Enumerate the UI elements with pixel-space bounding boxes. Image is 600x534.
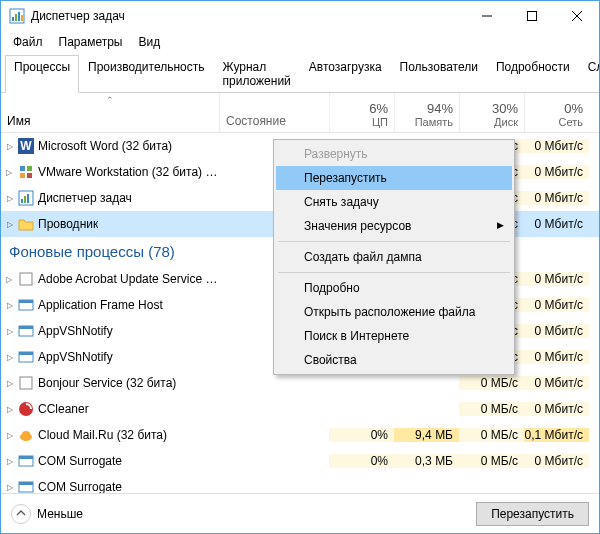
process-icon [18, 349, 34, 365]
ctx-properties[interactable]: Свойства [276, 348, 512, 372]
net-usage-pct: 0% [564, 101, 583, 116]
tab-startup[interactable]: Автозагрузка [300, 55, 391, 92]
process-name: COM Surrogate [38, 480, 122, 493]
menu-options[interactable]: Параметры [51, 33, 131, 51]
menu-view[interactable]: Вид [130, 33, 168, 51]
process-name: AppVShNotify [38, 350, 113, 364]
tabs: Процессы Производительность Журнал прило… [1, 55, 599, 93]
ctx-create-dump[interactable]: Создать файл дампа [276, 245, 512, 269]
net-value: 0,1 Мбит/с [524, 428, 589, 442]
menu-file[interactable]: Файл [5, 33, 51, 51]
disk-usage-pct: 30% [492, 101, 518, 116]
ctx-expand: Развернуть [276, 142, 512, 166]
svg-rect-25 [19, 352, 33, 355]
net-value: 0 Мбит/с [524, 376, 589, 390]
disclosure-icon[interactable]: ▷ [5, 483, 14, 492]
ctx-details[interactable]: Подробно [276, 276, 512, 300]
minimize-button[interactable] [464, 1, 509, 31]
svg-rect-1 [12, 17, 14, 21]
net-value: 0 Мбит/с [524, 402, 589, 416]
menubar: Файл Параметры Вид [1, 31, 599, 53]
process-row[interactable]: ▷ Cloud Mail.Ru (32 бита) 0% 9,4 МБ 0 МБ… [1, 422, 599, 448]
tab-performance[interactable]: Производительность [79, 55, 213, 92]
svg-rect-31 [19, 456, 33, 459]
mem-label: Память [415, 116, 453, 128]
process-icon [18, 453, 34, 469]
disclosure-icon[interactable]: ▷ [5, 327, 14, 336]
disclosure-icon[interactable]: ▷ [5, 379, 14, 388]
restart-button[interactable]: Перезапустить [476, 502, 589, 526]
ctx-resource-values[interactable]: Значения ресурсов ▶ [276, 214, 512, 238]
disclosure-icon[interactable]: ▷ [5, 431, 14, 440]
tab-processes[interactable]: Процессы [5, 55, 79, 93]
svg-rect-12 [27, 166, 32, 171]
process-icon [18, 190, 34, 206]
close-button[interactable] [554, 1, 599, 31]
column-network[interactable]: 0% Сеть [524, 93, 589, 132]
svg-rect-13 [20, 173, 25, 178]
process-icon [18, 401, 34, 417]
tab-users[interactable]: Пользователи [391, 55, 487, 92]
process-row[interactable]: ▷ COM Surrogate 0% 0,3 МБ 0 МБ/с 0 Мбит/… [1, 448, 599, 474]
ctx-open-location[interactable]: Открыть расположение файла [276, 300, 512, 324]
svg-rect-4 [21, 15, 23, 21]
fewer-details-label[interactable]: Меньше [37, 507, 83, 521]
disclosure-icon[interactable]: ▷ [5, 301, 14, 310]
disclosure-icon[interactable]: ▷ [5, 353, 14, 362]
column-headers: ⌃ Имя Состояние 6% ЦП 94% Память 30% Дис… [1, 93, 599, 133]
svg-rect-21 [19, 300, 33, 303]
disclosure-icon[interactable]: ▷ [5, 194, 14, 203]
column-name[interactable]: ⌃ Имя [1, 93, 219, 132]
ctx-restart[interactable]: Перезапустить [276, 166, 512, 190]
tab-app-history[interactable]: Журнал приложений [214, 55, 300, 92]
cpu-value: 0% [329, 454, 394, 468]
process-name: CCleaner [38, 402, 89, 416]
column-state-label: Состояние [226, 114, 286, 128]
ctx-search-web[interactable]: Поиск в Интернете [276, 324, 512, 348]
net-value: 0 Мбит/с [524, 350, 589, 364]
process-icon: W [18, 138, 34, 154]
sort-indicator-icon: ⌃ [106, 95, 114, 105]
svg-rect-6 [527, 12, 536, 21]
disclosure-icon[interactable]: ▷ [5, 275, 14, 284]
process-name: Проводник [38, 217, 98, 231]
ctx-separator [278, 272, 510, 273]
column-memory[interactable]: 94% Память [394, 93, 459, 132]
process-icon [18, 375, 34, 391]
process-icon [18, 427, 34, 443]
context-menu: Развернуть Перезапустить Снять задачу Зн… [273, 139, 515, 375]
maximize-button[interactable] [509, 1, 554, 31]
column-state[interactable]: Состояние [219, 93, 329, 132]
net-value: 0 Мбит/с [524, 139, 589, 153]
ctx-end-task[interactable]: Снять задачу [276, 190, 512, 214]
svg-rect-11 [20, 166, 25, 171]
process-row[interactable]: ▷ COM Surrogate [1, 474, 599, 493]
disclosure-icon[interactable]: ▷ [5, 457, 14, 466]
mem-value: 9,4 МБ [394, 428, 459, 442]
footer: Меньше Перезапустить [1, 493, 599, 533]
disk-value: 0 МБ/с [459, 428, 524, 442]
process-icon [18, 297, 34, 313]
svg-rect-19 [20, 273, 32, 285]
tab-services[interactable]: Службы [579, 55, 600, 92]
column-disk[interactable]: 30% Диск [459, 93, 524, 132]
process-name: Microsoft Word (32 бита) [38, 139, 172, 153]
process-row[interactable]: ▷ CCleaner 0 МБ/с 0 Мбит/с [1, 396, 599, 422]
cpu-label: ЦП [372, 116, 388, 128]
net-value: 0 Мбит/с [524, 324, 589, 338]
svg-rect-17 [24, 196, 26, 203]
disclosure-icon[interactable]: ▷ [5, 405, 14, 414]
svg-rect-3 [18, 12, 20, 21]
process-icon [18, 323, 34, 339]
column-cpu[interactable]: 6% ЦП [329, 93, 394, 132]
disclosure-icon[interactable]: ▷ [5, 220, 14, 229]
disk-value: 0 МБ/с [459, 454, 524, 468]
disclosure-icon[interactable]: ▷ [5, 142, 14, 151]
disclosure-icon[interactable]: ▷ [5, 168, 14, 177]
ctx-resource-values-label: Значения ресурсов [304, 219, 411, 233]
net-value: 0 Мбит/с [524, 298, 589, 312]
process-list[interactable]: ▷ W Microsoft Word (32 бита) 0% 46,4 МБ … [1, 133, 599, 493]
cpu-usage-pct: 6% [369, 101, 388, 116]
tab-details[interactable]: Подробности [487, 55, 579, 92]
fewer-details-icon[interactable] [11, 504, 31, 524]
